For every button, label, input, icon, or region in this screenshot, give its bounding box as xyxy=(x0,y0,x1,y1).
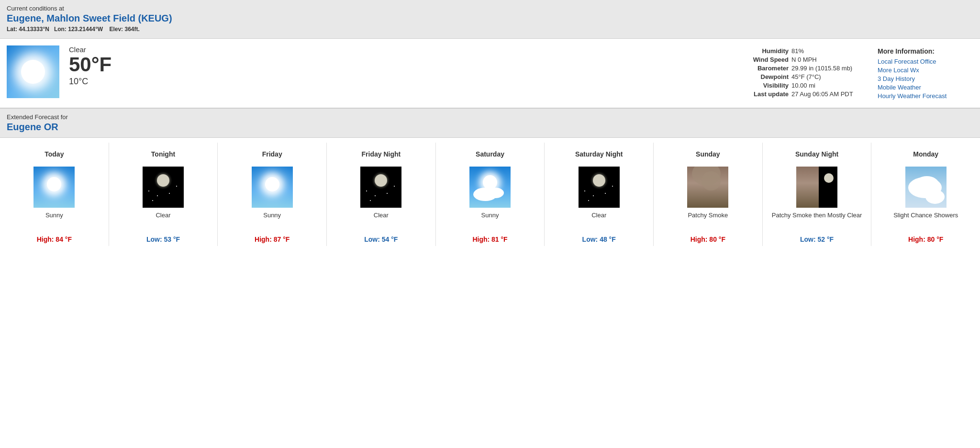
hourly-forecast-link[interactable]: Hourly Weather Forecast xyxy=(878,92,973,100)
forecast-day-3: Friday Night ClearLow: 54 °F xyxy=(327,143,436,246)
star-icon xyxy=(605,193,606,194)
star-icon xyxy=(588,200,589,201)
forecast-condition-0: Sunny xyxy=(45,212,63,231)
smoke-right xyxy=(819,167,837,208)
forecast-temp-6: High: 80 °F xyxy=(690,235,725,243)
more-info-title: More Information: xyxy=(878,47,973,55)
dewpoint-value: 45°F (7°C) xyxy=(791,73,868,80)
wind-value: N 0 MPH xyxy=(791,56,868,63)
forecast-day-name-5: Saturday Night xyxy=(575,146,623,163)
forecast-day-8: Monday Slight Chance ShowersHigh: 80 °F xyxy=(871,143,980,246)
star-icon xyxy=(157,195,158,196)
forecast-day-4: Saturday SunnyHigh: 81 °F xyxy=(436,143,545,246)
star-icon xyxy=(394,186,395,187)
star-icon xyxy=(148,190,149,191)
station-name: Eugene, Mahlon Sweet Field (KEUG) xyxy=(7,13,973,24)
star-icon xyxy=(387,193,388,194)
humidity-row: Humidity 81% xyxy=(150,47,868,55)
star-icon xyxy=(375,195,376,196)
more-local-wx-link[interactable]: More Local Wx xyxy=(878,67,973,74)
sun-graphic xyxy=(21,60,45,84)
forecast-grid: TodaySunnyHigh: 84 °FTonight ClearLow: 5… xyxy=(0,138,980,251)
wind-label: Wind Speed xyxy=(753,56,789,63)
forecast-day-name-4: Saturday xyxy=(476,146,504,163)
visibility-label: Visibility xyxy=(763,82,789,89)
forecast-condition-1: Clear xyxy=(156,212,170,231)
current-temp-f: 50°F xyxy=(69,55,126,75)
lat-label: Lat: xyxy=(7,26,17,33)
update-label: Last update xyxy=(754,90,789,98)
forecast-sky-2 xyxy=(252,167,293,208)
moon-icon xyxy=(375,174,387,187)
forecast-day-0: TodaySunnyHigh: 84 °F xyxy=(0,143,109,246)
3day-history-link[interactable]: 3 Day History xyxy=(878,75,973,82)
forecast-day-7: Sunday Night Patchy Smoke then Mostly Cl… xyxy=(763,143,872,246)
update-value: 27 Aug 06:05 AM PDT xyxy=(791,90,868,98)
baro-value: 29.99 in (1015.58 mb) xyxy=(791,65,868,72)
forecast-temp-3: Low: 54 °F xyxy=(364,235,398,243)
forecast-day-name-7: Sunday Night xyxy=(795,146,838,163)
extended-city: Eugene OR xyxy=(7,122,973,133)
star-icon xyxy=(152,200,153,201)
forecast-day-name-6: Sunday xyxy=(696,146,720,163)
forecast-condition-6: Patchy Smoke xyxy=(688,212,728,231)
local-forecast-office-link[interactable]: Local Forecast Office xyxy=(878,58,973,65)
current-label: Current conditions at xyxy=(7,5,973,12)
moon-icon xyxy=(824,173,834,183)
star-icon xyxy=(176,186,177,187)
dewpoint-label: Dewpoint xyxy=(761,73,789,80)
coords: Lat: 44.13333°N Lon: 123.21444°W Elev: 3… xyxy=(7,26,973,33)
current-temp-block: Clear 50°F 10°C xyxy=(69,45,126,87)
current-details: Humidity 81% Wind Speed N 0 MPH Baromete… xyxy=(136,45,868,99)
current-weather-icon xyxy=(7,45,59,98)
extended-forecast-header: Extended Forecast for Eugene OR xyxy=(0,109,980,138)
forecast-sky-1 xyxy=(143,167,184,208)
forecast-temp-0: High: 84 °F xyxy=(37,235,72,243)
current-temp-c: 10°C xyxy=(69,77,126,87)
forecast-day-2: FridaySunnyHigh: 87 °F xyxy=(218,143,327,246)
lon-label: Lon: xyxy=(54,26,67,33)
forecast-condition-5: Clear xyxy=(591,212,606,231)
humidity-value: 81% xyxy=(791,47,868,55)
forecast-temp-5: Low: 48 °F xyxy=(582,235,616,243)
lon-value: 123.21444°W xyxy=(68,26,103,33)
current-condition: Clear xyxy=(69,45,126,54)
humidity-label: Humidity xyxy=(762,47,789,55)
elev-label: Elev: xyxy=(109,26,123,33)
forecast-temp-2: High: 87 °F xyxy=(255,235,290,243)
current-conditions-body: Clear 50°F 10°C Humidity 81% Wind Speed … xyxy=(0,39,980,109)
forecast-condition-2: Sunny xyxy=(263,212,281,231)
sun-icon xyxy=(47,177,61,191)
star-icon xyxy=(366,190,367,191)
moon-icon xyxy=(157,174,169,187)
forecast-sky-8 xyxy=(905,167,947,208)
cloud-icon xyxy=(925,190,945,204)
cloud-icon xyxy=(487,188,504,198)
star-icon xyxy=(612,186,613,187)
forecast-condition-4: Sunny xyxy=(481,212,499,231)
forecast-temp-1: Low: 53 °F xyxy=(146,235,180,243)
forecast-day-name-2: Friday xyxy=(262,146,282,163)
update-row: Last update 27 Aug 06:05 AM PDT xyxy=(150,90,868,98)
dewpoint-row: Dewpoint 45°F (7°C) xyxy=(150,73,868,80)
forecast-sky-3 xyxy=(360,167,401,208)
star-icon xyxy=(169,193,170,194)
forecast-day-name-1: Tonight xyxy=(151,146,175,163)
sun-icon xyxy=(265,177,279,191)
forecast-day-name-0: Today xyxy=(45,146,64,163)
current-conditions-header: Current conditions at Eugene, Mahlon Swe… xyxy=(0,0,980,39)
forecast-condition-8: Slight Chance Showers xyxy=(893,212,958,231)
mobile-weather-link[interactable]: Mobile Weather xyxy=(878,84,973,91)
forecast-condition-3: Clear xyxy=(374,212,389,231)
forecast-temp-4: High: 81 °F xyxy=(472,235,507,243)
more-info: More Information: Local Forecast Office … xyxy=(878,45,973,101)
forecast-sky-5 xyxy=(579,167,620,208)
elev-value: 364ft. xyxy=(124,26,139,33)
star-icon xyxy=(593,195,594,196)
forecast-temp-7: Low: 52 °F xyxy=(800,235,834,243)
star-icon xyxy=(584,190,585,191)
smoke-icon xyxy=(702,171,721,190)
forecast-day-name-3: Friday Night xyxy=(362,146,401,163)
moon-icon xyxy=(593,174,605,187)
star-icon xyxy=(370,200,371,201)
